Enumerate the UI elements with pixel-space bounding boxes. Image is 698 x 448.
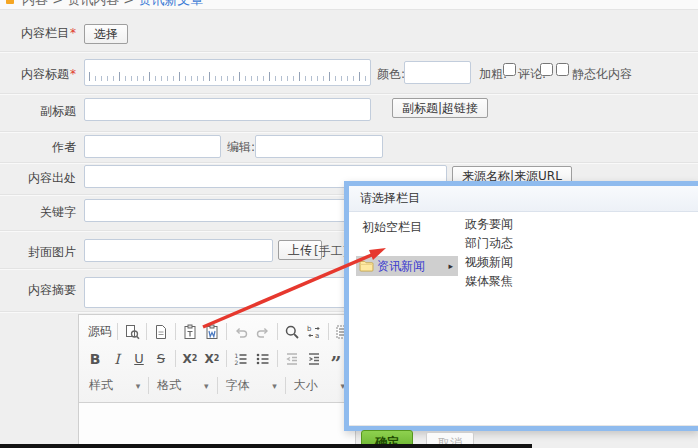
content-summary-label: 内容摘要 [4, 282, 76, 299]
tree-item-initial-empty-column[interactable]: 初始空栏目 [362, 219, 422, 236]
bullet-list-button[interactable] [252, 348, 274, 370]
select-column-button[interactable]: 选择 [84, 24, 128, 44]
dialog-body: 初始空栏目 资讯新闻 ▸ 政务要闻 部门动态 视频新闻 媒体聚焦 确定 取消 [349, 212, 698, 400]
cover-image-input[interactable] [84, 239, 273, 262]
underline-button[interactable]: U [128, 348, 150, 370]
content-column-label: 内容栏目* [4, 25, 76, 42]
select-column-dialog: 请选择栏目 初始空栏目 资讯新闻 ▸ 政务要闻 部门动态 视频新闻 媒体聚焦 确… [344, 181, 698, 431]
preview-icon [124, 324, 140, 340]
indent-icon [306, 351, 322, 367]
redo-button[interactable] [252, 321, 274, 343]
screenshot-bottom-edge [0, 444, 532, 448]
dialog-title: 请选择栏目 [349, 186, 698, 212]
cover-image-label: 封面图片 [4, 244, 76, 261]
paste-word-button[interactable] [201, 321, 223, 343]
keywords-label: 关键字 [4, 204, 76, 221]
subtitle-label: 副标题 [4, 103, 76, 120]
chevron-down-icon: ▾ [272, 381, 277, 391]
content-title-label: 内容标题* [4, 66, 76, 83]
breadcrumb-current: 资讯新文章 [138, 0, 203, 7]
subcolumn-item[interactable]: 政务要闻 [465, 215, 513, 234]
keywords-input[interactable] [84, 199, 368, 222]
content-summary-textarea[interactable] [84, 277, 368, 308]
rich-text-editor: 源码 [78, 314, 356, 448]
static-content-checkbox[interactable] [556, 63, 569, 76]
editor-content-area[interactable] [79, 403, 355, 448]
find-button[interactable] [281, 321, 303, 343]
subtitle-hyperlink-button[interactable]: 副标题|超链接 [392, 98, 488, 118]
chevron-down-icon: ▾ [136, 381, 141, 391]
preview-button[interactable] [121, 321, 143, 343]
bold-button[interactable]: B [84, 348, 106, 370]
undo-icon [233, 324, 249, 340]
author-label: 作者 [4, 139, 76, 156]
tree-item-label: 资讯新闻 [377, 258, 425, 275]
tree-item-news-selected[interactable]: 资讯新闻 ▸ [356, 256, 458, 276]
indent-button[interactable] [303, 348, 325, 370]
breadcrumb-icon [6, 0, 14, 4]
undo-button[interactable] [230, 321, 252, 343]
row-divider [0, 93, 698, 95]
editor-input[interactable] [255, 135, 383, 158]
template-icon [153, 324, 169, 340]
content-title-input[interactable] [84, 59, 371, 86]
format-dropdown[interactable]: 格式▾ [152, 375, 213, 396]
row-divider [0, 131, 698, 133]
bullet-list-icon [255, 351, 271, 367]
outdent-button[interactable] [281, 348, 303, 370]
find-icon [284, 324, 300, 340]
source-code-button[interactable]: 源码 [84, 321, 114, 343]
chevron-down-icon: ▾ [204, 381, 209, 391]
color-label: 颜色: [377, 66, 405, 83]
author-input[interactable] [84, 135, 221, 158]
row-divider [0, 162, 698, 164]
required-mark: * [70, 26, 76, 40]
subscript-button[interactable]: X2 [179, 348, 201, 370]
content-source-label: 内容出处 [4, 170, 76, 187]
breadcrumb[interactable]: 内容 > 资讯内容 > 资讯新文章 [22, 0, 203, 9]
ordered-list-button[interactable]: 12 [230, 348, 252, 370]
svg-text:1: 1 [235, 351, 239, 358]
paste-word-icon [204, 324, 220, 340]
redo-icon [255, 324, 271, 340]
static-content-label: 静态化内容 [572, 66, 632, 83]
outdent-icon [284, 351, 300, 367]
ordered-list-icon: 12 [233, 351, 249, 367]
comment-checkbox[interactable] [540, 63, 553, 76]
replace-button[interactable]: ba [303, 321, 325, 343]
paste-text-button[interactable] [179, 321, 201, 343]
strikethrough-button[interactable]: S [150, 348, 172, 370]
required-mark: * [70, 67, 76, 81]
svg-text:a: a [315, 332, 319, 340]
subcolumn-item[interactable]: 视频新闻 [465, 253, 513, 272]
subcolumn-item[interactable]: 部门动态 [465, 234, 513, 253]
font-dropdown[interactable]: 字体▾ [221, 375, 282, 396]
breadcrumb-prefix[interactable]: 内容 > 资讯内容 > [22, 0, 134, 7]
submenu-caret-icon: ▸ [448, 261, 453, 271]
paste-text-icon [182, 324, 198, 340]
replace-icon: ba [306, 324, 322, 340]
superscript-button[interactable]: X2 [201, 348, 223, 370]
subcolumn-menu: 政务要闻 部门动态 视频新闻 媒体聚焦 [465, 215, 513, 291]
dialog-footer-divider [349, 425, 698, 426]
italic-button[interactable]: I [106, 348, 128, 370]
row-divider [0, 51, 698, 53]
folder-icon [359, 260, 374, 272]
bold-checkbox[interactable] [503, 63, 516, 76]
svg-text:2: 2 [235, 359, 239, 366]
svg-text:b: b [307, 325, 312, 333]
subtitle-input[interactable] [84, 98, 371, 121]
editor-toolbar: 源码 [79, 315, 355, 403]
editor-label: 编辑: [227, 139, 255, 156]
subcolumn-item[interactable]: 媒体聚焦 [465, 272, 513, 291]
template-button[interactable] [150, 321, 172, 343]
size-dropdown[interactable]: 大小▾ [289, 375, 350, 396]
styles-dropdown[interactable]: 样式▾ [84, 375, 145, 396]
title-color-input[interactable] [404, 61, 471, 84]
breadcrumb-bar: 内容 > 资讯内容 > 资讯新文章 [0, 0, 698, 10]
